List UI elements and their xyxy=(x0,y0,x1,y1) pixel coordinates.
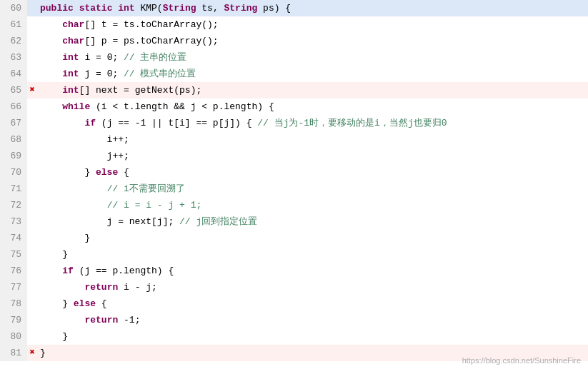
line-number-77: 77 xyxy=(0,279,27,295)
code-content-60: public static int KMP(String ts, String … xyxy=(37,0,291,16)
code-line-71: 71 // i不需要回溯了 xyxy=(0,181,588,197)
code-line-66: 66 while (i < t.length && j < p.length) … xyxy=(0,98,588,115)
line-number-62: 62 xyxy=(0,33,27,49)
line-number-67: 67 xyxy=(0,115,27,131)
line-number-66: 66 xyxy=(0,98,27,115)
code-content-72: // i = i - j + 1; xyxy=(37,197,201,213)
line-number-75: 75 xyxy=(0,246,27,263)
code-content-81: } xyxy=(37,345,46,361)
code-content-69: j++; xyxy=(37,148,129,164)
code-line-79: 79 return -1; xyxy=(0,312,588,328)
line-number-68: 68 xyxy=(0,131,27,148)
code-line-63: 63 int i = 0; // 主串的位置 xyxy=(0,49,588,66)
code-content-64: int j = 0; // 模式串的位置 xyxy=(37,66,196,82)
code-area: 60 public static int KMP(String ts, Stri… xyxy=(0,0,588,369)
code-line-67: 67 if (j == -1 || t[i] == p[j]) { // 当j为… xyxy=(0,115,588,131)
code-content-74: } xyxy=(37,230,90,246)
line-number-76: 76 xyxy=(0,263,27,279)
code-line-70: 70 } else { xyxy=(0,164,588,181)
line-number-79: 79 xyxy=(0,312,27,328)
code-content-80: } xyxy=(37,328,68,345)
code-content-65: int[] next = getNext(ps); xyxy=(37,82,201,98)
code-line-73: 73 j = next[j]; // j回到指定位置 xyxy=(0,213,588,230)
code-line-68: 68 i++; xyxy=(0,131,588,148)
line-number-60: 60 xyxy=(0,0,27,16)
error-marker-81: ✖ xyxy=(27,345,37,361)
line-number-81: 81 xyxy=(0,345,27,361)
code-line-64: 64 int j = 0; // 模式串的位置 xyxy=(0,66,588,82)
watermark: https://blog.csdn.net/SunshineFire xyxy=(462,356,581,365)
code-line-80: 80 } xyxy=(0,328,588,345)
line-number-74: 74 xyxy=(0,230,27,246)
code-line-75: 75 } xyxy=(0,246,588,263)
code-content-70: } else { xyxy=(37,164,129,181)
line-number-61: 61 xyxy=(0,16,27,33)
code-content-76: if (j == p.length) { xyxy=(37,263,174,279)
code-line-77: 77 return i - j; xyxy=(0,279,588,295)
code-content-75: } xyxy=(37,246,68,263)
line-number-73: 73 xyxy=(0,213,27,230)
code-line-78: 78 } else { xyxy=(0,295,588,312)
line-number-70: 70 xyxy=(0,164,27,181)
code-line-61: 61 char[] t = ts.toCharArray(); xyxy=(0,16,588,33)
code-content-79: return -1; xyxy=(37,312,140,328)
code-content-77: return i - j; xyxy=(37,279,157,295)
code-line-60: 60 public static int KMP(String ts, Stri… xyxy=(0,0,588,16)
code-content-67: if (j == -1 || t[i] == p[j]) { // 当j为-1时… xyxy=(37,115,447,131)
code-content-68: i++; xyxy=(37,131,129,148)
code-line-62: 62 char[] p = ps.toCharArray(); xyxy=(0,33,588,49)
line-number-64: 64 xyxy=(0,66,27,82)
code-content-62: char[] p = ps.toCharArray(); xyxy=(37,33,219,49)
error-marker-65: ✖ xyxy=(27,82,37,98)
code-line-74: 74 } xyxy=(0,230,588,246)
code-content-61: char[] t = ts.toCharArray(); xyxy=(37,16,219,33)
code-line-65: 65 ✖ int[] next = getNext(ps); xyxy=(0,82,588,98)
code-content-71: // i不需要回溯了 xyxy=(37,181,185,197)
code-content-63: int i = 0; // 主串的位置 xyxy=(37,49,186,66)
code-line-72: 72 // i = i - j + 1; xyxy=(0,197,588,213)
code-content-78: } else { xyxy=(37,295,107,312)
line-number-72: 72 xyxy=(0,197,27,213)
code-content-66: while (i < t.length && j < p.length) { xyxy=(37,98,274,115)
line-number-71: 71 xyxy=(0,181,27,197)
code-line-69: 69 j++; xyxy=(0,148,588,164)
line-number-80: 80 xyxy=(0,328,27,345)
line-number-69: 69 xyxy=(0,148,27,164)
line-number-63: 63 xyxy=(0,49,27,66)
line-number-65: 65 xyxy=(0,82,27,98)
code-line-76: 76 if (j == p.length) { xyxy=(0,263,588,279)
code-content-73: j = next[j]; // j回到指定位置 xyxy=(37,213,257,230)
code-editor: 60 public static int KMP(String ts, Stri… xyxy=(0,0,588,369)
line-number-78: 78 xyxy=(0,295,27,312)
